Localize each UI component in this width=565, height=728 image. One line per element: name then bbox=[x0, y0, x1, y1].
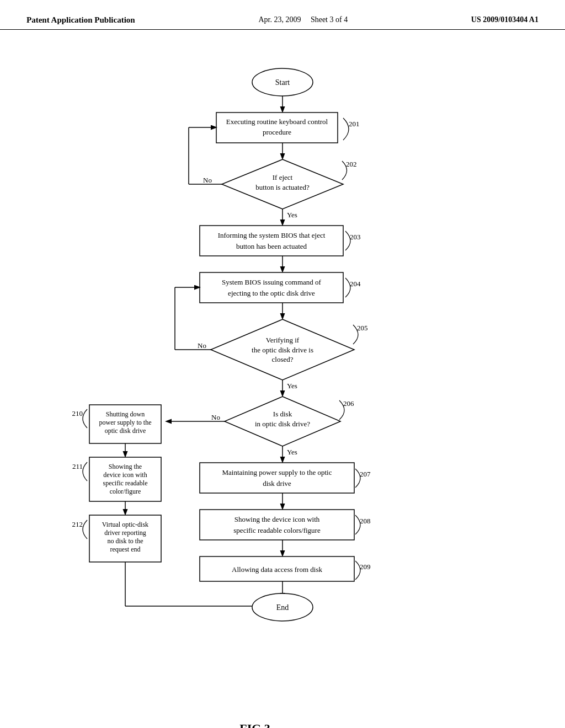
no-label-206: No bbox=[211, 413, 220, 421]
flowchart-svg: Start Executing routine keyboard control… bbox=[34, 52, 531, 714]
svg-rect-31 bbox=[200, 510, 354, 540]
header-date: Apr. 23, 2009 bbox=[258, 15, 301, 24]
node-202-text: If eject bbox=[273, 173, 293, 181]
node-209-text: Allowing data access from disk bbox=[232, 565, 322, 574]
svg-text:request end: request end bbox=[110, 545, 141, 553]
yes-label-206: Yes bbox=[287, 448, 297, 456]
node-210-text: Shutting down bbox=[106, 410, 145, 418]
node-207-text: Maintaining power supply to the optic bbox=[222, 468, 332, 477]
page-header: Patent Application Publication Apr. 23, … bbox=[0, 0, 565, 30]
svg-text:button has been actuated: button has been actuated bbox=[236, 242, 307, 250]
ref-202: 202 bbox=[346, 160, 357, 168]
svg-text:no disk to the: no disk to the bbox=[108, 537, 143, 545]
header-right: US 2009/0103404 A1 bbox=[471, 15, 539, 24]
start-label: Start bbox=[275, 78, 290, 87]
fig-label: FIG.3 bbox=[239, 721, 326, 728]
end-label: End bbox=[276, 603, 289, 612]
svg-text:device icon with: device icon with bbox=[103, 471, 147, 479]
svg-text:the optic disk drive is: the optic disk drive is bbox=[252, 346, 313, 354]
node-212-text: Virtual optic-disk bbox=[102, 521, 148, 528]
header-center: Apr. 23, 2009 Sheet 3 of 4 bbox=[258, 15, 348, 24]
svg-rect-11 bbox=[200, 226, 343, 256]
svg-text:optic disk drive: optic disk drive bbox=[105, 427, 146, 435]
ref-205: 205 bbox=[357, 324, 368, 332]
node-204-text: System BIOS issuing command of bbox=[222, 278, 322, 286]
svg-text:procedure: procedure bbox=[263, 128, 291, 136]
ref-201: 201 bbox=[349, 120, 360, 128]
ref-212: 212 bbox=[72, 520, 83, 528]
ref-211: 211 bbox=[72, 462, 83, 470]
svg-text:closed?: closed? bbox=[272, 355, 294, 363]
flowchart-container: Start Executing routine keyboard control… bbox=[34, 52, 531, 716]
node-201-text: Executing routine keyboard control bbox=[226, 117, 328, 126]
svg-text:in optic disk drive?: in optic disk drive? bbox=[255, 420, 310, 428]
diagram-area: Start Executing routine keyboard control… bbox=[0, 30, 565, 728]
svg-text:power supply to the: power supply to the bbox=[99, 419, 152, 426]
svg-text:color/figure: color/figure bbox=[110, 488, 141, 495]
node-206-text: Is disk bbox=[273, 410, 292, 418]
svg-text:disk drive: disk drive bbox=[263, 479, 291, 488]
no-label-205: No bbox=[198, 341, 206, 350]
ref-209: 209 bbox=[360, 563, 371, 571]
header-sheet: Sheet 3 of 4 bbox=[311, 15, 348, 24]
svg-text:button is actuated?: button is actuated? bbox=[255, 183, 310, 191]
yes-label-202: Yes bbox=[287, 211, 297, 219]
svg-rect-14 bbox=[200, 272, 343, 303]
svg-text:driver reporting: driver reporting bbox=[104, 529, 146, 537]
yes-label-205: Yes bbox=[287, 382, 297, 390]
ref-210: 210 bbox=[72, 409, 83, 417]
header-left: Patent Application Publication bbox=[26, 15, 135, 25]
ref-203: 203 bbox=[350, 233, 361, 241]
svg-rect-28 bbox=[200, 463, 354, 493]
node-211-text: Showing the bbox=[109, 463, 142, 470]
svg-text:specific readable colors/figur: specific readable colors/figure bbox=[233, 526, 321, 534]
svg-text:ejecting to the optic disk dri: ejecting to the optic disk drive bbox=[228, 289, 315, 297]
no-label-202: No bbox=[203, 176, 212, 184]
node-208-text: Showing the device icon with bbox=[234, 515, 320, 523]
node-205-text: Verifying if bbox=[266, 336, 300, 344]
ref-208: 208 bbox=[360, 517, 371, 525]
ref-207: 207 bbox=[360, 470, 371, 478]
svg-text:specific readable: specific readable bbox=[103, 479, 148, 487]
ref-204: 204 bbox=[350, 280, 361, 288]
node-203-text: Informing the system BIOS that eject bbox=[218, 231, 326, 239]
ref-206: 206 bbox=[343, 399, 354, 408]
